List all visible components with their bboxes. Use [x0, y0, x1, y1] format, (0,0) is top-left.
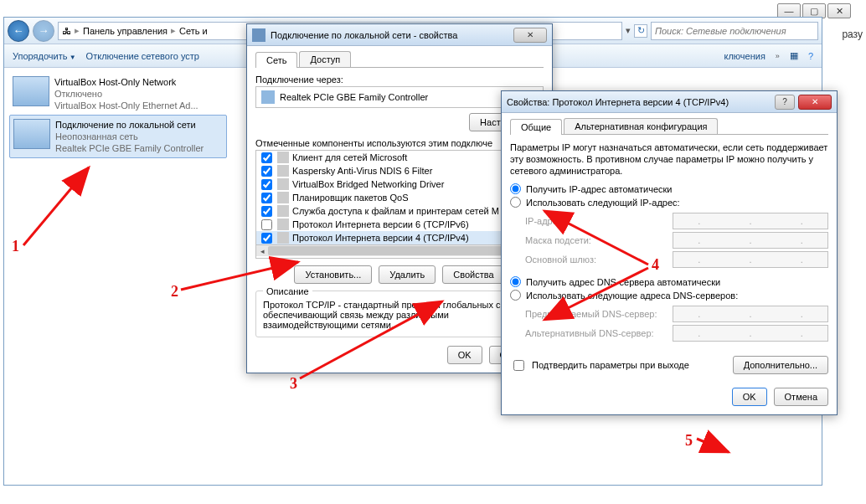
radio-label: Использовать следующий IP-адрес: [526, 198, 680, 208]
radio-input[interactable] [510, 276, 521, 287]
component-row: Служба доступа к файлам и принтерам сете… [256, 204, 543, 218]
help-icon[interactable]: ? [808, 51, 813, 61]
view-icon[interactable]: ▦ [790, 50, 798, 61]
breadcrumb-sep: ▸ [75, 25, 80, 36]
component-label: Kaspersky Anti-Virus NDIS 6 Filter [292, 166, 432, 176]
toolbar-item[interactable]: ключения [724, 51, 765, 61]
disable-device-button[interactable]: Отключение сетевого устр [86, 51, 199, 61]
radio-input[interactable] [510, 183, 521, 194]
radio-input[interactable] [510, 290, 521, 301]
nav-forward-button[interactable]: → [33, 20, 54, 42]
confirm-checkbox-row[interactable]: Подтвердить параметры при выходе [510, 357, 689, 373]
horizontal-scrollbar[interactable]: ◂▸ [256, 244, 543, 256]
component-icon [277, 165, 289, 177]
toolbar-overflow-icon[interactable]: » [776, 52, 780, 60]
radio-ip-auto[interactable]: Получить IP-адрес автоматически [510, 183, 828, 194]
annotation-number-4: 4 [652, 256, 659, 274]
close-button[interactable]: ✕ [798, 95, 832, 110]
remove-button[interactable]: Удалить [379, 265, 436, 284]
connection-item-lan[interactable]: Подключение по локальной сети Неопознанн… [9, 115, 227, 158]
component-row: Kaspersky Anti-Virus NDIS 6 Filter [256, 164, 543, 177]
network-icon: 🖧 [62, 26, 71, 36]
component-checkbox[interactable] [261, 206, 272, 217]
ipv4-description: Параметры IP могут назначаться автоматич… [510, 141, 828, 177]
dialog-title: Подключение по локальной сети - свойства [271, 30, 510, 40]
component-icon [277, 205, 289, 217]
component-icon [277, 219, 289, 230]
ip-label: IP-адрес: [525, 216, 666, 226]
properties-button[interactable]: Свойства [442, 265, 504, 284]
dialog-titlebar[interactable]: Свойства: Протокол Интернета версии 4 (T… [502, 91, 837, 113]
radio-input[interactable] [510, 197, 521, 208]
search-input[interactable] [651, 22, 818, 40]
component-icon [277, 192, 289, 203]
dns1-input: ... [673, 306, 828, 322]
annotation-number-3: 3 [290, 375, 297, 393]
dns2-input: ... [673, 325, 828, 342]
dns1-label: Предпочитаемый DNS-сервер: [525, 309, 666, 319]
annotation-number-1: 1 [12, 238, 19, 255]
connection-status: Неопознанная сеть [55, 131, 204, 142]
ipv4-properties-dialog: Свойства: Протокол Интернета версии 4 (T… [501, 90, 838, 415]
adapter-icon [261, 90, 275, 104]
component-label: Клиент для сетей Microsoft [292, 152, 407, 162]
component-checkbox[interactable] [261, 179, 272, 190]
help-button[interactable]: ? [775, 95, 795, 110]
tab-general[interactable]: Общие [510, 119, 562, 135]
radio-dns-auto[interactable]: Получить адрес DNS-сервера автоматически [510, 276, 828, 287]
radio-ip-manual[interactable]: Использовать следующий IP-адрес: [510, 197, 828, 208]
ok-button[interactable]: OK [732, 388, 767, 406]
component-label: Планировщик пакетов QoS [292, 193, 409, 203]
component-checkbox[interactable] [261, 219, 272, 230]
component-row: Протокол Интернета версии 6 (TCP/IPv6) [256, 218, 543, 231]
adapter-name: Realtek PCIe GBE Family Controller [280, 92, 428, 102]
description-text: Протокол TCP/IP - стандартный протокол г… [263, 300, 536, 330]
component-icon [277, 178, 289, 190]
radio-label: Использовать следующие адреса DNS-сервер… [526, 291, 738, 301]
component-row: Протокол Интернета версии 4 (TCP/IPv4) [256, 231, 543, 244]
dns2-label: Альтернативный DNS-сервер: [525, 328, 666, 338]
component-checkbox[interactable] [261, 152, 272, 163]
advanced-button[interactable]: Дополнительно... [733, 356, 828, 374]
tab-network[interactable]: Сеть [255, 52, 297, 68]
window-icon [252, 28, 265, 42]
tab-access[interactable]: Доступ [299, 51, 351, 67]
component-checkbox[interactable] [261, 166, 272, 177]
cancel-button[interactable]: Отмена [774, 388, 828, 406]
install-button[interactable]: Установить... [294, 265, 372, 284]
tab-alternate[interactable]: Альтернативная конфигурация [564, 118, 718, 134]
refresh-icon[interactable]: ↻ [634, 24, 647, 38]
breadcrumb-item[interactable]: Панель управления [83, 26, 168, 36]
description-legend: Описание [263, 286, 312, 296]
dialog-title: Свойства: Протокол Интернета версии 4 (T… [507, 97, 771, 107]
confirm-label: Подтвердить параметры при выходе [532, 360, 689, 370]
connection-name: Подключение по локальной сети [55, 119, 204, 131]
close-button[interactable]: ✕ [827, 3, 851, 18]
connection-item-virtualbox[interactable]: VirtualBox Host-Only Network Отключено V… [9, 73, 227, 115]
component-checkbox[interactable] [261, 193, 272, 203]
component-row: VirtualBox Bridged Networking Driver [256, 177, 543, 191]
connection-adapter: Realtek PCIe GBE Family Controller [55, 142, 204, 154]
ok-button[interactable]: OK [447, 346, 482, 364]
radio-label: Получить IP-адрес автоматически [526, 184, 672, 194]
breadcrumb-item[interactable]: Сеть и [179, 26, 208, 36]
dialog-titlebar[interactable]: Подключение по локальной сети - свойства… [247, 24, 552, 46]
ip-input: ... [673, 213, 828, 229]
radio-label: Получить адрес DNS-сервера автоматически [526, 277, 720, 287]
component-row: Планировщик пакетов QoS [256, 191, 543, 204]
gateway-label: Основной шлюз: [525, 255, 666, 265]
confirm-checkbox[interactable] [513, 360, 524, 371]
connection-status: Отключено [54, 88, 198, 100]
radio-dns-manual[interactable]: Использовать следующие адреса DNS-сервер… [510, 290, 828, 301]
breadcrumb-sep: ▸ [171, 25, 176, 36]
close-button[interactable]: ✕ [513, 28, 547, 43]
component-label: Протокол Интернета версии 6 (TCP/IPv6) [292, 219, 469, 229]
component-label: Служба доступа к файлам и принтерам сете… [292, 206, 499, 216]
background-text: разу [842, 28, 863, 40]
component-checkbox[interactable] [261, 233, 272, 244]
organize-menu[interactable]: Упорядочить [13, 51, 76, 61]
nav-back-button[interactable]: ← [8, 20, 29, 42]
component-icon [277, 232, 289, 244]
connection-adapter: VirtualBox Host-Only Ethernet Ad... [54, 100, 198, 111]
dropdown-chevron-icon[interactable]: ▾ [626, 25, 631, 36]
